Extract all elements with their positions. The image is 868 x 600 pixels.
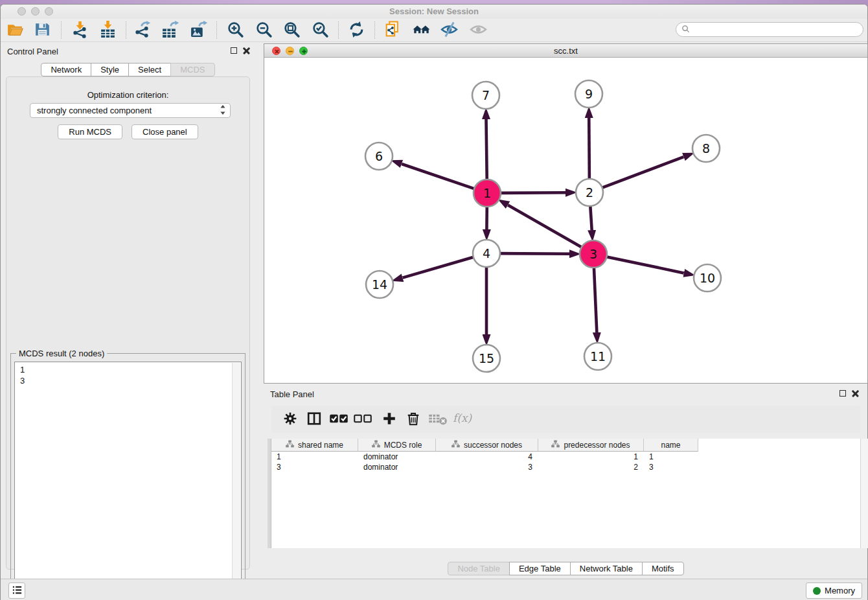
duplicate-network-button[interactable]: [382, 20, 403, 41]
table-panel-title: Table Panel: [270, 389, 314, 399]
zoom-in-button[interactable]: [225, 20, 246, 41]
graph-edge-4-14[interactable]: [403, 257, 475, 277]
table-cell[interactable]: 1: [538, 452, 644, 462]
graph-node-9[interactable]: 9: [575, 80, 602, 108]
graph-edge-4-3[interactable]: [499, 253, 569, 254]
export-network-button[interactable]: [131, 20, 152, 41]
export-image-button[interactable]: [188, 20, 209, 41]
table-cell[interactable]: 4: [436, 452, 538, 462]
hide-selected-button[interactable]: [439, 20, 459, 41]
graph-node-2[interactable]: 2: [576, 179, 603, 206]
import-network-button[interactable]: [69, 20, 90, 41]
tab-style[interactable]: Style: [91, 63, 129, 76]
scrollbar-track[interactable]: [860, 439, 868, 548]
column-header-name[interactable]: name: [644, 439, 698, 452]
mcds-result-group: MCDS result (2 nodes) 13: [10, 353, 246, 600]
mcds-result-list[interactable]: 13: [14, 362, 242, 597]
search-input[interactable]: [693, 25, 858, 34]
graph-node-6[interactable]: 6: [365, 143, 393, 170]
tab-mcds[interactable]: MCDS: [170, 63, 214, 76]
save-session-button[interactable]: [32, 20, 52, 41]
save-icon: [34, 21, 51, 40]
mcds-panel: Optimization criterion: strongly connect…: [6, 76, 250, 570]
toolbar-separator: [216, 21, 217, 39]
network-graph[interactable]: 1234678910111415: [264, 58, 867, 383]
table-cell[interactable]: 3: [644, 462, 698, 472]
graph-node-3[interactable]: 3: [580, 240, 607, 268]
graph-edge-3-11[interactable]: [594, 266, 597, 332]
task-history-button[interactable]: [8, 583, 25, 599]
select-all-rows-button[interactable]: [329, 411, 348, 428]
graph-edge-1-2[interactable]: [499, 192, 565, 193]
tab-network-table[interactable]: Network Table: [570, 562, 643, 575]
table-row[interactable]: 3dominator323: [271, 462, 698, 472]
tab-node-table[interactable]: Node Table: [448, 562, 510, 575]
zoom-selected-button[interactable]: [310, 20, 330, 41]
svg-text:14: 14: [372, 277, 387, 292]
table-cell[interactable]: 3: [271, 462, 358, 472]
tab-network[interactable]: Network: [41, 63, 91, 76]
table-cell[interactable]: 1: [644, 452, 698, 462]
table-row[interactable]: 1dominator411: [271, 452, 698, 462]
graph-node-4[interactable]: 4: [473, 240, 500, 267]
table-cell[interactable]: dominator: [358, 452, 436, 462]
graph-edge-2-8[interactable]: [601, 157, 684, 188]
graph-edge-2-3[interactable]: [590, 205, 591, 230]
close-table-panel-icon[interactable]: [852, 389, 859, 397]
column-header-mcds-role[interactable]: MCDS role: [358, 439, 436, 452]
float-panel-icon[interactable]: [231, 47, 237, 54]
graph-edge-3-10[interactable]: [606, 257, 684, 273]
svg-text:6: 6: [375, 149, 383, 163]
network-canvas[interactable]: 1234678910111415: [264, 58, 867, 383]
export-table-button[interactable]: [159, 20, 180, 41]
svg-text:8: 8: [702, 141, 710, 156]
graph-node-15[interactable]: 15: [473, 345, 500, 372]
refresh-button[interactable]: [346, 20, 367, 41]
optimization-criterion-label: Optimization criterion:: [6, 90, 249, 100]
memory-button[interactable]: Memory: [806, 583, 862, 599]
table-cell[interactable]: 1: [271, 452, 358, 462]
tab-edge-table[interactable]: Edge Table: [509, 562, 571, 575]
mcds-result-title: MCDS result (2 nodes): [16, 349, 107, 358]
delete-column-button[interactable]: [404, 411, 423, 428]
criterion-select[interactable]: strongly connected component: [30, 103, 231, 118]
column-header-predecessor-nodes[interactable]: predecessor nodes: [538, 439, 644, 452]
graph-edge-1-7[interactable]: [486, 119, 486, 181]
graph-edge-3-1[interactable]: [508, 205, 582, 248]
table-cell[interactable]: dominator: [358, 462, 436, 472]
column-visibility-button[interactable]: [304, 411, 324, 428]
open-session-button[interactable]: [5, 20, 25, 41]
import-table-button[interactable]: [97, 20, 118, 41]
scrollbar-track[interactable]: [232, 363, 240, 596]
table-cell[interactable]: 3: [436, 462, 538, 472]
zoom-fit-button[interactable]: [281, 20, 302, 41]
table-settings-button[interactable]: [280, 411, 300, 428]
graph-node-1[interactable]: 1: [474, 179, 501, 207]
zoom-out-button[interactable]: [253, 20, 274, 41]
add-column-button[interactable]: [380, 411, 399, 428]
status-bar: Memory: [1, 579, 867, 600]
column-header-label: predecessor nodes: [564, 441, 630, 450]
graph-node-10[interactable]: 10: [694, 264, 721, 292]
deselect-all-rows-button[interactable]: [353, 411, 372, 428]
window-title: Session: New Session: [1, 6, 867, 16]
graph-node-7[interactable]: 7: [472, 82, 499, 109]
graph-node-8[interactable]: 8: [692, 135, 720, 162]
close-panel-button[interactable]: Close panel: [131, 124, 198, 139]
run-mcds-button[interactable]: Run MCDS: [58, 124, 122, 139]
tab-motifs[interactable]: Motifs: [642, 562, 684, 575]
float-table-panel-icon[interactable]: [839, 390, 846, 397]
graph-edge-2-9[interactable]: [589, 118, 589, 180]
search-box: [676, 22, 863, 37]
tab-select[interactable]: Select: [128, 63, 171, 76]
close-panel-icon[interactable]: [243, 47, 250, 54]
select-all-icon: [327, 412, 350, 427]
graph-node-14[interactable]: 14: [366, 271, 393, 298]
graph-node-11[interactable]: 11: [584, 343, 611, 370]
column-header-successor-nodes[interactable]: successor nodes: [436, 439, 538, 452]
table-cell[interactable]: 2: [538, 462, 644, 472]
graph-edge-1-6[interactable]: [402, 164, 475, 189]
zoom-out-icon: [255, 21, 273, 40]
home-button[interactable]: [411, 20, 431, 41]
column-header-shared-name[interactable]: shared name: [271, 439, 358, 452]
